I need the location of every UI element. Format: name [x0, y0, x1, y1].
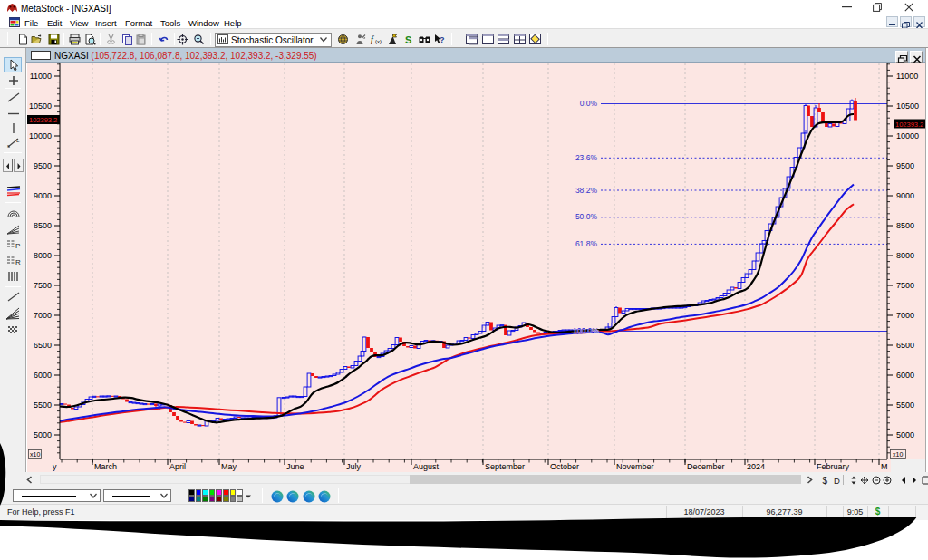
svg-text:November: November	[616, 462, 654, 471]
svg-text:6500: 6500	[34, 341, 52, 350]
svg-text:7500: 7500	[34, 281, 52, 290]
svg-text:102393.2: 102393.2	[895, 121, 923, 129]
svg-text:10500: 10500	[896, 101, 919, 111]
svg-text:10500: 10500	[29, 101, 52, 111]
svg-text:L: L	[16, 138, 20, 143]
svg-text:y: y	[53, 462, 57, 471]
svg-text:June: June	[286, 462, 304, 471]
svg-text:April: April	[169, 462, 186, 471]
svg-text:8500: 8500	[34, 221, 52, 230]
svg-text:5000: 5000	[896, 430, 914, 439]
svg-text:f: f	[371, 34, 374, 44]
svg-text:5000: 5000	[34, 430, 52, 439]
svg-text:9500: 9500	[34, 161, 52, 170]
svg-text:0.0%: 0.0%	[580, 99, 598, 108]
svg-text:July: July	[346, 462, 362, 471]
svg-text:8000: 8000	[34, 251, 52, 260]
svg-text:100.0%: 100.0%	[573, 326, 599, 335]
svg-text:September: September	[485, 462, 525, 471]
svg-text:9000: 9000	[34, 191, 52, 200]
svg-text:61.8%: 61.8%	[575, 239, 598, 248]
svg-text:x10: x10	[30, 451, 40, 458]
svg-text:5500: 5500	[896, 401, 914, 410]
svg-text:May: May	[221, 462, 237, 471]
svg-text:23.6%: 23.6%	[575, 153, 598, 162]
svg-text:P: P	[15, 242, 20, 250]
svg-text:2024: 2024	[747, 462, 765, 471]
svg-text:$: $	[823, 476, 828, 485]
svg-text:7500: 7500	[896, 281, 914, 290]
svg-text:7000: 7000	[896, 311, 914, 320]
svg-text:7000: 7000	[34, 311, 52, 320]
svg-text:March: March	[94, 462, 117, 471]
svg-text:December: December	[687, 462, 725, 471]
svg-text:11000: 11000	[30, 72, 52, 81]
svg-text:38.2%: 38.2%	[575, 186, 598, 195]
svg-text:5500: 5500	[34, 401, 52, 410]
svg-text:6500: 6500	[896, 341, 914, 350]
svg-text:M: M	[881, 462, 888, 471]
svg-text:8500: 8500	[896, 221, 914, 230]
svg-text:9500: 9500	[896, 161, 914, 170]
svg-text:(x): (x)	[375, 39, 382, 44]
svg-text:D: D	[834, 476, 840, 485]
svg-text:S: S	[405, 34, 411, 45]
svg-text:?: ?	[440, 35, 445, 44]
svg-text:x10: x10	[893, 451, 903, 458]
svg-text:11000: 11000	[896, 72, 918, 81]
svg-text:8000: 8000	[896, 251, 914, 260]
svg-text:10000: 10000	[896, 131, 919, 140]
svg-text:50.0%: 50.0%	[575, 212, 598, 221]
svg-text:6000: 6000	[34, 371, 52, 380]
svg-text:102393.2: 102393.2	[29, 116, 57, 124]
svg-text:s: s	[7, 143, 10, 149]
svg-text:9000: 9000	[896, 191, 914, 200]
svg-text:10000: 10000	[29, 131, 52, 140]
svg-text:August: August	[413, 462, 440, 471]
svg-text:February: February	[817, 462, 850, 471]
svg-text:6000: 6000	[896, 371, 914, 380]
svg-text:October: October	[550, 462, 579, 471]
svg-text:R: R	[15, 258, 21, 266]
